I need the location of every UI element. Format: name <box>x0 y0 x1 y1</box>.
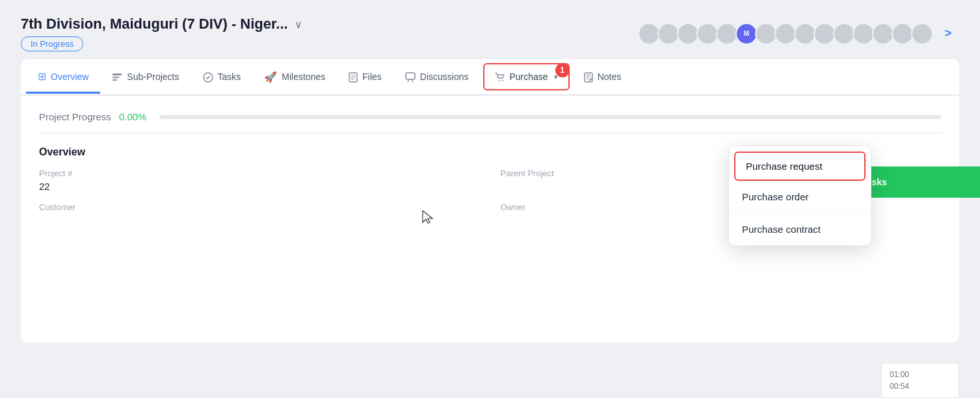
status-badge[interactable]: In Progress <box>21 36 83 51</box>
field-owner-label: Owner <box>501 202 942 212</box>
avatar <box>814 23 836 45</box>
dropdown-item-purchase-request[interactable]: Purchase request <box>734 152 866 181</box>
tab-tasks[interactable]: Tasks <box>191 62 253 92</box>
progress-bar <box>159 115 941 119</box>
purchase-badge: 1 <box>555 63 570 77</box>
tab-overview-label: Overview <box>51 72 88 82</box>
avatars-more-button[interactable]: > <box>937 23 959 45</box>
svg-point-7 <box>502 80 503 81</box>
page-title: 7th Division, Maiduguri (7 DIV) - Niger.… <box>21 16 288 33</box>
tab-discussions[interactable]: Discussions <box>393 62 481 92</box>
avatar <box>775 23 797 45</box>
field-project-number: Project # 22 <box>39 168 480 192</box>
avatar <box>872 23 894 45</box>
svg-rect-2 <box>113 79 117 81</box>
notes-icon <box>584 71 593 83</box>
avatar <box>755 23 777 45</box>
purchase-request-label: Purchase request <box>746 161 823 172</box>
time-row-1: 01:00 <box>890 369 951 380</box>
avatar <box>716 23 738 45</box>
field-project-number-label: Project # <box>39 168 480 178</box>
svg-rect-8 <box>585 73 592 82</box>
avatar <box>638 23 660 45</box>
avatar <box>657 23 680 45</box>
tab-files-label: Files <box>362 72 382 82</box>
project-progress-label: Project Progress <box>39 111 111 122</box>
dropdown-item-purchase-order[interactable]: Purchase order <box>729 181 871 213</box>
field-owner: Owner <box>501 202 942 215</box>
avatar <box>677 23 699 45</box>
tab-discussions-label: Discussions <box>420 72 469 82</box>
avatar <box>696 23 719 45</box>
tab-notes-label: Notes <box>598 72 622 82</box>
field-customer: Customer <box>39 202 480 215</box>
tab-sub-projects[interactable]: Sub-Projects <box>100 62 191 92</box>
purchase-order-label: Purchase order <box>742 191 809 202</box>
avatars-group: M > <box>642 23 959 45</box>
time-panel: 01:00 00:54 <box>881 363 959 398</box>
svg-rect-0 <box>113 73 122 75</box>
title-chevron-icon[interactable]: ∨ <box>295 18 302 31</box>
avatar <box>853 23 875 45</box>
tasks-icon <box>203 71 213 83</box>
purchase-contract-label: Purchase contract <box>742 224 821 235</box>
svg-rect-5 <box>406 73 415 79</box>
overview-icon: ⊞ <box>38 70 46 83</box>
tab-milestones[interactable]: 🚀 Milestones <box>252 62 337 92</box>
tab-purchase[interactable]: 1 Purchase ▾ <box>483 63 570 90</box>
tab-notes[interactable]: Notes <box>572 62 633 92</box>
avatar <box>892 23 914 45</box>
avatar-highlighted: M <box>735 23 758 45</box>
tab-overview[interactable]: ⊞ Overview <box>26 61 100 94</box>
sub-projects-icon <box>112 71 122 83</box>
avatar <box>794 23 816 45</box>
time-row-2: 00:54 <box>890 380 951 392</box>
field-project-number-value: 22 <box>39 181 480 192</box>
files-icon <box>349 71 358 83</box>
field-customer-label: Customer <box>39 202 480 212</box>
tab-sub-projects-label: Sub-Projects <box>127 72 179 82</box>
tab-milestones-label: Milestones <box>282 72 325 82</box>
avatar <box>911 23 933 45</box>
milestones-icon: 🚀 <box>264 71 277 83</box>
purchase-dropdown-menu: 2 Purchase request Purchase order Purcha… <box>728 146 871 246</box>
time-label-2: 00:54 <box>890 382 909 391</box>
tab-purchase-label: Purchase <box>510 72 548 82</box>
project-progress-value: 0.00% <box>119 111 147 122</box>
project-progress-row: Project Progress 0.00% <box>39 111 941 133</box>
svg-point-6 <box>499 80 500 81</box>
dropdown-item-purchase-contract[interactable]: Purchase contract <box>729 213 871 245</box>
svg-rect-1 <box>113 77 119 78</box>
tab-tasks-label: Tasks <box>218 72 241 82</box>
time-label-1: 01:00 <box>890 370 909 379</box>
purchase-cart-icon <box>495 71 505 83</box>
discussions-icon <box>405 71 416 83</box>
avatar <box>833 23 855 45</box>
tabs-bar: ⊞ Overview Sub-Projects Tasks <box>21 59 959 96</box>
tab-files[interactable]: Files <box>337 62 393 92</box>
